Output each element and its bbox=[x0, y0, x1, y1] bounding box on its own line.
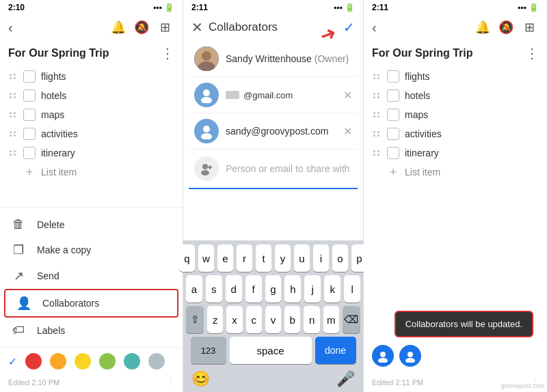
right-more-button[interactable]: ⋮ bbox=[525, 45, 539, 61]
svg-point-11 bbox=[380, 352, 386, 357]
remove-email2-button[interactable]: ✕ bbox=[343, 89, 352, 102]
key-f[interactable]: f bbox=[245, 275, 262, 303]
item-label: hotels bbox=[405, 90, 430, 101]
color-orange[interactable] bbox=[50, 353, 66, 369]
right-bell-icon[interactable]: 🔔 bbox=[473, 18, 492, 37]
key-b[interactable]: b bbox=[284, 306, 300, 333]
checkbox[interactable] bbox=[23, 128, 36, 140]
collab-owner-row: Sandy Writtenhouse (Owner) bbox=[189, 41, 358, 77]
add-person-placeholder[interactable]: Person or email to share with bbox=[226, 163, 349, 174]
key-r[interactable]: r bbox=[237, 244, 252, 272]
left-status-icons: ▪▪▪ 🔋 bbox=[153, 3, 174, 12]
key-l[interactable]: l bbox=[344, 275, 360, 303]
svg-point-12 bbox=[378, 358, 388, 363]
delete-key[interactable]: ⌫ bbox=[343, 306, 360, 333]
right-bell-slash-icon[interactable]: 🔕 bbox=[496, 18, 516, 37]
shift-key[interactable]: ⇧ bbox=[186, 306, 204, 333]
drag-handle bbox=[373, 112, 382, 117]
left-add-box-icon[interactable]: ⊞ bbox=[155, 18, 174, 37]
key-e[interactable]: e bbox=[217, 244, 233, 272]
drag-handle bbox=[373, 131, 382, 137]
key-w[interactable]: w bbox=[198, 244, 214, 272]
space-key[interactable]: space bbox=[230, 337, 312, 364]
key-h[interactable]: h bbox=[284, 275, 301, 303]
key-i[interactable]: i bbox=[313, 244, 329, 272]
right-back-icon[interactable]: ‹ bbox=[372, 20, 377, 36]
right-note-title-row: For Our Spring Trip ⋮ bbox=[364, 42, 547, 67]
add-list-item[interactable]: + List item bbox=[5, 163, 177, 182]
drag-handle bbox=[10, 93, 18, 98]
key-j[interactable]: j bbox=[304, 275, 321, 303]
copy-label: Make a copy bbox=[37, 244, 91, 255]
left-time: 2:10 bbox=[8, 3, 25, 12]
key-u[interactable]: u bbox=[294, 244, 310, 272]
checkbox[interactable] bbox=[387, 70, 399, 83]
key-m[interactable]: m bbox=[323, 306, 339, 333]
emoji-key[interactable]: 😊 bbox=[191, 370, 210, 388]
remove-email3-button[interactable]: ✕ bbox=[343, 125, 352, 138]
menu-delete[interactable]: 🗑 Delete bbox=[0, 212, 183, 237]
list-item: flights bbox=[5, 67, 177, 86]
list-item: hotels bbox=[5, 86, 177, 105]
svg-point-7 bbox=[202, 164, 208, 169]
item-label: activities bbox=[405, 128, 442, 139]
left-more-button[interactable]: ⋮ bbox=[161, 45, 174, 61]
checkbox[interactable] bbox=[23, 147, 36, 159]
color-teal[interactable] bbox=[124, 353, 140, 369]
menu-send[interactable]: ↗ Send bbox=[0, 263, 183, 289]
checkbox[interactable] bbox=[23, 109, 36, 121]
key-t[interactable]: t bbox=[256, 244, 271, 272]
left-bell-icon[interactable]: 🔔 bbox=[109, 18, 128, 37]
right-add-box-icon[interactable]: ⊞ bbox=[520, 18, 539, 37]
color-gray[interactable] bbox=[148, 353, 165, 369]
add-list-item[interactable]: + List item bbox=[369, 163, 542, 182]
close-icon[interactable]: ✕ bbox=[191, 19, 203, 36]
left-bell-slash-icon[interactable]: 🔕 bbox=[132, 18, 151, 37]
menu-copy[interactable]: ❐ Make a copy bbox=[0, 237, 183, 263]
key-a[interactable]: a bbox=[186, 275, 202, 303]
left-footer-more[interactable]: ⋮ bbox=[167, 378, 174, 387]
collab-avatar2 bbox=[194, 83, 219, 107]
checkbox[interactable] bbox=[23, 89, 36, 102]
key-z[interactable]: z bbox=[207, 306, 223, 333]
key-x[interactable]: x bbox=[226, 306, 242, 333]
key-c[interactable]: c bbox=[246, 306, 262, 333]
color-green[interactable] bbox=[99, 353, 116, 369]
checkbox[interactable] bbox=[387, 109, 399, 121]
done-key[interactable]: done bbox=[315, 337, 356, 364]
menu-labels[interactable]: 🏷 Labels bbox=[0, 318, 183, 343]
add-person-row[interactable]: Person or email to share with bbox=[189, 150, 358, 189]
color-red[interactable] bbox=[25, 353, 42, 369]
color-yellow[interactable] bbox=[75, 353, 91, 369]
item-label: flights bbox=[41, 71, 66, 82]
add-item-label: List item bbox=[41, 167, 77, 178]
drag-handle bbox=[10, 131, 18, 137]
key-s[interactable]: s bbox=[206, 275, 222, 303]
left-back-icon[interactable]: ‹ bbox=[8, 20, 13, 36]
svg-point-13 bbox=[408, 352, 413, 357]
checkbox[interactable] bbox=[387, 128, 399, 140]
checkbox[interactable] bbox=[23, 70, 36, 83]
drag-handle bbox=[10, 150, 18, 156]
left-menu: 🗑 Delete ❐ Make a copy ↗ Send 👤 Collabor… bbox=[0, 207, 183, 347]
checkbox[interactable] bbox=[387, 89, 399, 102]
key-d[interactable]: d bbox=[226, 275, 242, 303]
labels-label: Labels bbox=[37, 325, 65, 336]
collab-avatar3 bbox=[194, 119, 219, 143]
num-key[interactable]: 123 bbox=[191, 337, 226, 364]
confirm-icon[interactable]: ✓ bbox=[343, 19, 355, 36]
key-q[interactable]: q bbox=[179, 244, 195, 272]
item-label: itinerary bbox=[405, 148, 439, 158]
key-y[interactable]: y bbox=[275, 244, 291, 272]
mic-key[interactable]: 🎤 bbox=[336, 370, 355, 388]
collab-email2-info: @gmail.com bbox=[226, 90, 336, 100]
menu-collaborators[interactable]: 👤 Collaborators bbox=[4, 289, 178, 318]
checkbox[interactable] bbox=[387, 147, 399, 159]
key-v[interactable]: v bbox=[265, 306, 281, 333]
key-n[interactable]: n bbox=[304, 306, 319, 333]
list-item: activities bbox=[5, 124, 177, 143]
key-o[interactable]: o bbox=[332, 244, 348, 272]
copy-icon: ❐ bbox=[11, 242, 26, 257]
key-k[interactable]: k bbox=[324, 275, 341, 303]
key-g[interactable]: g bbox=[265, 275, 282, 303]
